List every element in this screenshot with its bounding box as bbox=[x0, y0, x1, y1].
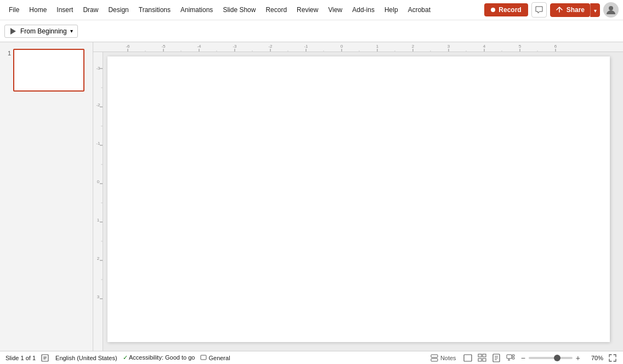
svg-rect-41 bbox=[93, 52, 103, 351]
menu-transitions[interactable]: Transitions bbox=[134, 4, 175, 16]
svg-point-0 bbox=[609, 6, 613, 10]
slide-canvas[interactable] bbox=[103, 52, 623, 351]
view-icon bbox=[200, 355, 207, 361]
normal-view-icon bbox=[463, 354, 472, 362]
presenter-view-button[interactable] bbox=[506, 353, 516, 363]
notes-button[interactable]: Notes bbox=[428, 354, 458, 362]
svg-rect-79 bbox=[512, 355, 514, 356]
menu-review[interactable]: Review bbox=[292, 4, 322, 16]
svg-marker-1 bbox=[10, 28, 16, 35]
presenter-view-icon bbox=[506, 354, 515, 362]
notes-icon bbox=[431, 354, 438, 362]
menu-animations[interactable]: Animations bbox=[176, 4, 217, 16]
zoom-slider[interactable] bbox=[529, 357, 573, 359]
slide-content[interactable] bbox=[107, 56, 610, 342]
svg-text:1: 1 bbox=[376, 44, 379, 49]
reading-view-icon bbox=[492, 354, 501, 362]
right-status: Notes bbox=[428, 353, 618, 363]
share-dropdown-button[interactable]: ▾ bbox=[590, 3, 600, 17]
h-ruler-svg: -6 -5 -4 -3 -2 -1 0 1 2 bbox=[103, 42, 623, 52]
menu-add-ins[interactable]: Add-ins bbox=[348, 4, 379, 16]
profile-button[interactable] bbox=[603, 2, 619, 18]
menu-view[interactable]: View bbox=[324, 4, 347, 16]
slide-info: Slide 1 of 1 bbox=[5, 355, 36, 361]
accessibility-check-icon: ✓ bbox=[123, 354, 128, 361]
toolbar-row: From Beginning ▾ bbox=[0, 20, 623, 42]
fit-icon bbox=[608, 354, 617, 362]
slide-panel: 1 bbox=[0, 42, 93, 351]
slide-thumb-container: 1 bbox=[2, 47, 90, 94]
menu-file[interactable]: File bbox=[4, 4, 24, 16]
svg-text:5: 5 bbox=[519, 44, 522, 49]
play-icon bbox=[9, 27, 17, 35]
menu-draw[interactable]: Draw bbox=[78, 4, 103, 16]
slide-sorter-icon bbox=[478, 354, 486, 362]
svg-text:0: 0 bbox=[341, 44, 343, 49]
menu-slide-show[interactable]: Slide Show bbox=[218, 4, 260, 16]
from-beginning-dropdown[interactable]: From Beginning ▾ bbox=[4, 25, 78, 38]
svg-text:2: 2 bbox=[412, 44, 415, 49]
slide-sorter-button[interactable] bbox=[477, 353, 487, 363]
language-status: English (United States) bbox=[55, 355, 117, 361]
slide-number: 1 bbox=[4, 49, 11, 56]
chevron-down-icon: ▾ bbox=[594, 8, 597, 14]
record-button[interactable]: Record bbox=[484, 3, 528, 16]
canvas-row: -3 -2 -1 0 1 2 3 bbox=[93, 52, 623, 351]
menu-bar: File Home Insert Draw Design Transitions… bbox=[0, 0, 623, 20]
accessibility-status: ✓ Accessibility: Good to go bbox=[123, 354, 195, 361]
horizontal-ruler: -6 -5 -4 -3 -2 -1 0 1 2 bbox=[93, 42, 623, 52]
menu-design[interactable]: Design bbox=[104, 4, 133, 16]
dropdown-arrow-icon: ▾ bbox=[70, 28, 73, 34]
zoom-out-button[interactable]: − bbox=[520, 354, 526, 362]
canvas-container: -6 -5 -4 -3 -2 -1 0 1 2 bbox=[93, 42, 623, 351]
svg-text:4: 4 bbox=[483, 44, 486, 49]
svg-text:-6: -6 bbox=[126, 44, 130, 49]
person-icon bbox=[606, 5, 616, 15]
menu-home[interactable]: Home bbox=[25, 4, 51, 16]
zoom-control: − + bbox=[520, 354, 581, 362]
svg-text:-1: -1 bbox=[96, 141, 100, 146]
svg-text:2: 2 bbox=[97, 256, 100, 261]
svg-text:6: 6 bbox=[554, 44, 557, 49]
svg-rect-70 bbox=[478, 354, 482, 357]
notes-toggle-status[interactable] bbox=[41, 354, 50, 362]
svg-rect-71 bbox=[483, 354, 486, 357]
svg-text:-3: -3 bbox=[96, 66, 100, 71]
svg-text:0: 0 bbox=[97, 179, 100, 184]
menu-insert[interactable]: Insert bbox=[52, 4, 77, 16]
svg-rect-78 bbox=[507, 355, 512, 359]
share-button[interactable]: Share bbox=[550, 3, 590, 17]
normal-view-button[interactable] bbox=[463, 353, 473, 363]
record-dot-icon bbox=[491, 8, 495, 12]
reading-view-button[interactable] bbox=[491, 353, 501, 363]
zoom-level[interactable]: 70% bbox=[586, 355, 603, 361]
v-ruler-svg: -3 -2 -1 0 1 2 3 bbox=[93, 52, 103, 351]
svg-rect-68 bbox=[431, 359, 438, 361]
menu-acrobat[interactable]: Acrobat bbox=[404, 4, 435, 16]
notes-label: Notes bbox=[440, 355, 456, 361]
menu-help[interactable]: Help bbox=[380, 4, 403, 16]
status-bar: Slide 1 of 1 English (United States) ✓ A… bbox=[0, 351, 623, 364]
svg-rect-69 bbox=[464, 355, 472, 361]
view-mode-status: General bbox=[200, 355, 230, 361]
svg-text:-4: -4 bbox=[197, 44, 201, 49]
notes-status-icon bbox=[41, 354, 49, 362]
fit-to-window-button[interactable] bbox=[608, 353, 618, 363]
svg-rect-73 bbox=[483, 359, 486, 361]
menu-record[interactable]: Record bbox=[261, 4, 291, 16]
share-icon bbox=[556, 6, 563, 14]
comment-button[interactable] bbox=[531, 2, 547, 18]
svg-text:-3: -3 bbox=[233, 44, 237, 49]
svg-text:-1: -1 bbox=[304, 44, 308, 49]
zoom-in-button[interactable]: + bbox=[575, 354, 581, 362]
svg-text:-2: -2 bbox=[268, 44, 273, 49]
comment-icon bbox=[535, 5, 543, 14]
svg-rect-80 bbox=[512, 357, 514, 359]
vertical-ruler: -3 -2 -1 0 1 2 3 bbox=[93, 52, 103, 351]
svg-text:-5: -5 bbox=[161, 44, 166, 49]
zoom-thumb[interactable] bbox=[554, 355, 560, 361]
svg-text:3: 3 bbox=[97, 294, 100, 299]
slide-thumbnail[interactable] bbox=[13, 49, 84, 92]
share-group: Share ▾ bbox=[550, 3, 600, 17]
svg-rect-72 bbox=[478, 359, 482, 361]
